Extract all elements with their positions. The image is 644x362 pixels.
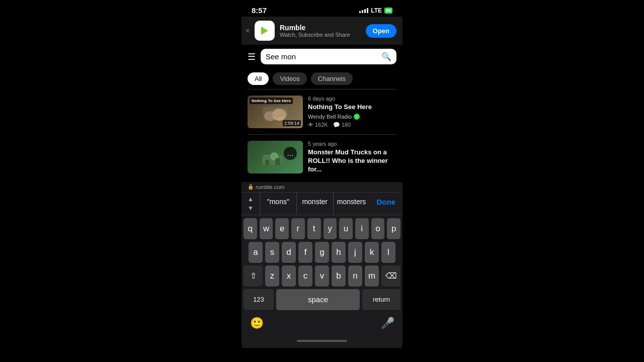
tab-channels[interactable]: Channels — [311, 72, 353, 85]
svg-rect-6 — [275, 158, 280, 165]
key-m[interactable]: m — [365, 265, 379, 287]
svg-rect-5 — [265, 160, 269, 165]
signal-bar-2 — [362, 10, 363, 13]
video-title-2: Monster Mud Trucks on a ROLL!! Who is th… — [308, 148, 396, 174]
search-bar: ☰ 🔍 — [242, 45, 403, 68]
keyboard: q w e r t y u i o p a s d f g h j k l ⇧ … — [242, 215, 403, 348]
comment-icon: 💬 — [333, 122, 340, 128]
key-o[interactable]: o — [371, 218, 385, 239]
key-n[interactable]: n — [348, 265, 362, 287]
key-x[interactable]: x — [282, 265, 296, 287]
mic-key[interactable]: 🎤 — [376, 313, 398, 334]
tab-videos[interactable]: Videos — [273, 72, 307, 85]
ac-suggestion-1[interactable]: "mons" — [260, 193, 297, 215]
ad-title: Rumble — [280, 24, 361, 32]
key-b[interactable]: b — [332, 265, 346, 287]
search-input-wrapper[interactable]: 🔍 — [261, 49, 396, 64]
video-list: Nothing To See Here 2:59:14 6 days ago N… — [242, 89, 403, 182]
thumbnail-label-1: Nothing To See Here — [250, 98, 293, 104]
keyboard-row-1: q w e r t y u i o p — [244, 218, 400, 239]
filter-tabs: All Videos Channels — [242, 68, 403, 89]
search-icon: 🔍 — [381, 52, 391, 61]
ad-close-button[interactable]: × — [246, 27, 250, 35]
signal-bars — [359, 8, 368, 13]
key-h[interactable]: h — [332, 242, 346, 263]
video-item-2[interactable]: … 5 years ago Monster Mud Trucks on a RO… — [242, 135, 403, 182]
key-p[interactable]: p — [387, 218, 400, 239]
video-stats-1: 👁 162K 💬 180 — [308, 122, 396, 128]
key-j[interactable]: j — [348, 242, 362, 263]
key-r[interactable]: r — [291, 218, 305, 239]
comments-count-1: 180 — [342, 122, 351, 128]
signal-bar-3 — [364, 9, 366, 13]
key-d[interactable]: d — [282, 242, 296, 263]
video-age-1: 6 days ago — [308, 96, 396, 102]
video-channel-1: Wendy Bell Radio ✓ — [308, 114, 396, 120]
key-v[interactable]: v — [315, 265, 329, 287]
stat-comments-1: 💬 180 — [333, 122, 351, 128]
home-indicator — [297, 340, 347, 342]
key-s[interactable]: s — [265, 242, 279, 263]
ac-suggestion-3[interactable]: monsters — [334, 193, 370, 215]
key-a[interactable]: a — [249, 242, 263, 263]
key-q[interactable]: q — [244, 218, 257, 239]
key-c[interactable]: c — [298, 265, 312, 287]
video-info-2: 5 years ago Monster Mud Trucks on a ROLL… — [308, 141, 396, 176]
status-right: LTE 98 — [359, 7, 392, 14]
num-key[interactable]: 123 — [244, 289, 274, 310]
ac-suggestions: "mons" monster monsters — [260, 193, 370, 215]
thumbnail-1: Nothing To See Here 2:59:14 — [248, 96, 303, 128]
channel-name-1: Wendy Bell Radio — [308, 114, 352, 120]
ac-down-arrow[interactable]: ▼ — [248, 205, 254, 212]
key-g[interactable]: g — [315, 242, 329, 263]
keyboard-row-3: ⇧ z x c v b n m ⌫ — [244, 265, 400, 287]
stat-views-1: 👁 162K — [308, 122, 328, 128]
eye-icon: 👁 — [308, 122, 313, 128]
keyboard-row-4: 123 space return — [244, 289, 400, 310]
video-title-1: Nothing To See Here — [308, 103, 396, 112]
thumbnail-2: … — [248, 141, 303, 173]
ad-text: Rumble Watch, Subscribe and Share — [280, 24, 361, 38]
space-key[interactable]: space — [276, 289, 360, 310]
video-age-2: 5 years ago — [308, 141, 396, 147]
status-time: 8:57 — [252, 6, 267, 15]
ad-app-icon — [255, 21, 275, 41]
search-input[interactable] — [266, 52, 378, 61]
return-key[interactable]: return — [362, 289, 400, 310]
video-info-1: 6 days ago Nothing To See Here Wendy Bel… — [308, 96, 396, 128]
signal-bar-1 — [359, 11, 361, 13]
ac-suggestion-2[interactable]: monster — [297, 193, 334, 215]
ad-open-button[interactable]: Open — [366, 24, 396, 38]
hamburger-menu-icon[interactable]: ☰ — [248, 51, 256, 62]
keyboard-bottom-row: 🙂 🎤 — [244, 313, 400, 334]
signal-bar-4 — [367, 8, 368, 13]
ac-up-arrow[interactable]: ▲ — [248, 196, 254, 203]
ad-subtitle: Watch, Subscribe and Share — [280, 32, 361, 38]
key-u[interactable]: u — [339, 218, 353, 239]
key-i[interactable]: i — [355, 218, 369, 239]
ac-done-button[interactable]: Done — [370, 193, 403, 215]
home-indicator-bar — [244, 336, 400, 346]
key-k[interactable]: k — [365, 242, 379, 263]
key-l[interactable]: l — [381, 242, 395, 263]
delete-key[interactable]: ⌫ — [381, 265, 400, 287]
more-options-button-2[interactable]: … — [284, 147, 297, 160]
key-y[interactable]: y — [324, 218, 337, 239]
key-f[interactable]: f — [298, 242, 312, 263]
verified-badge-1: ✓ — [354, 114, 360, 120]
shift-key[interactable]: ⇧ — [244, 265, 263, 287]
views-count-1: 162K — [315, 122, 328, 128]
battery-badge: 98 — [384, 8, 392, 14]
emoji-key[interactable]: 🙂 — [246, 313, 268, 334]
lock-icon: 🔒 — [248, 184, 254, 190]
tab-all[interactable]: All — [248, 72, 269, 85]
video-item-1[interactable]: Nothing To See Here 2:59:14 6 days ago N… — [242, 89, 403, 134]
rumble-play-icon — [261, 27, 268, 35]
key-e[interactable]: e — [275, 218, 289, 239]
key-t[interactable]: t — [307, 218, 321, 239]
url-text: rumble.com — [256, 184, 284, 190]
key-z[interactable]: z — [265, 265, 279, 287]
key-w[interactable]: w — [260, 218, 273, 239]
thumbnail-duration-1: 2:59:14 — [283, 120, 301, 126]
svg-rect-2 — [263, 107, 288, 117]
